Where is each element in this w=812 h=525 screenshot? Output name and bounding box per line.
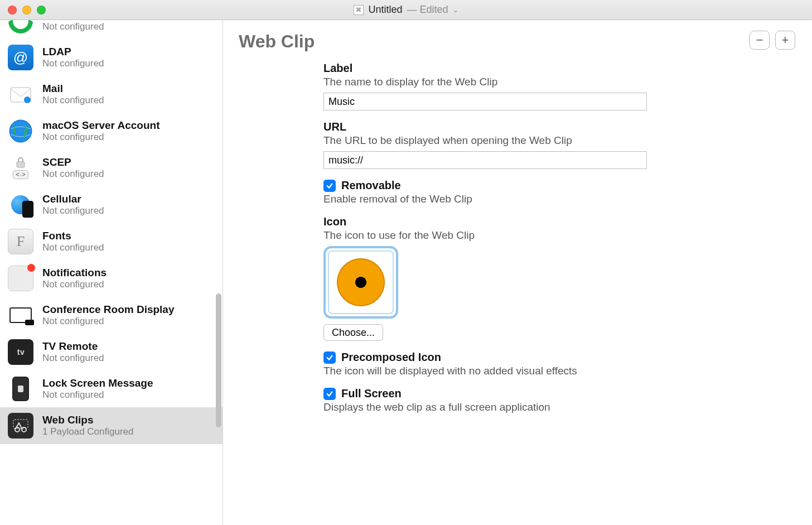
removable-description: Enable removal of the Web Clip xyxy=(323,193,680,205)
mail-icon xyxy=(8,81,33,107)
sidebar-item-subtitle: Not configured xyxy=(42,168,104,180)
payload-sidebar: Not configured @ LDAP Not configured Mai… xyxy=(0,20,223,525)
svg-rect-4 xyxy=(17,162,25,167)
sidebar-item-partial[interactable]: Not configured xyxy=(0,20,223,39)
notifications-icon xyxy=(8,266,33,291)
vinyl-record-icon xyxy=(337,258,385,306)
sidebar-item-title: Notifications xyxy=(42,267,107,279)
globe-icon xyxy=(8,118,33,144)
add-payload-button[interactable]: + xyxy=(775,31,795,50)
svg-point-7 xyxy=(22,427,26,432)
field-url: URL The URL to be displayed when opening… xyxy=(323,121,680,169)
sidebar-item-subtitle: Not configured xyxy=(42,353,104,364)
sidebar-item-subtitle: Not configured xyxy=(42,95,104,106)
sidebar-item-mail[interactable]: Mail Not configured xyxy=(0,76,223,113)
scep-icon: <·> xyxy=(8,155,33,181)
sidebar-item-subtitle: Not configured xyxy=(42,316,175,327)
sidebar-item-scep[interactable]: <·> SCEP Not configured xyxy=(0,150,223,186)
field-label: Label The name to display for the Web Cl… xyxy=(323,62,680,110)
precomposed-label: Precomposed Icon xyxy=(341,351,441,364)
sidebar-item-title: macOS Server Account xyxy=(42,119,160,132)
icon-preview-well[interactable] xyxy=(323,246,398,319)
sidebar-item-title: SCEP xyxy=(42,156,104,168)
sidebar-item-web-clips[interactable]: Web Clips 1 Payload Configured xyxy=(0,407,223,444)
sidebar-item-title: Cellular xyxy=(42,193,104,205)
svg-point-1 xyxy=(24,97,31,103)
sidebar-item-title: Lock Screen Message xyxy=(42,377,153,389)
sidebar-item-title: Conference Room Display xyxy=(42,304,175,316)
fonts-icon: F xyxy=(8,229,33,254)
sidebar-item-macos-server[interactable]: macOS Server Account Not configured xyxy=(0,113,223,150)
conference-room-icon xyxy=(8,302,33,328)
sidebar-item-title: Mail xyxy=(42,83,104,95)
icon-description: The icon to use for the Web Clip xyxy=(323,229,680,242)
sidebar-item-conference-room[interactable]: Conference Room Display Not configured xyxy=(0,297,223,334)
url-description: The URL to be displayed when opening the… xyxy=(323,134,680,147)
sidebar-item-subtitle: Not configured xyxy=(42,132,160,143)
sidebar-item-tv-remote[interactable]: tv TV Remote Not configured xyxy=(0,334,223,370)
sidebar-item-subtitle: Not configured xyxy=(42,242,104,253)
remove-payload-button[interactable]: − xyxy=(750,31,770,50)
cellular-icon xyxy=(8,192,33,218)
sidebar-item-title: Web Clips xyxy=(42,414,134,426)
field-icon: Icon The icon to use for the Web Clip Ch… xyxy=(323,215,680,341)
ldap-icon: @ xyxy=(8,45,33,70)
green-ring-icon xyxy=(8,20,33,33)
document-proxy-icon[interactable]: ⌘ xyxy=(354,5,364,15)
field-removable: Removable Enable removal of the Web Clip xyxy=(323,179,680,205)
sidebar-item-subtitle: Not configured xyxy=(42,389,153,401)
label-description: The name to display for the Web Clip xyxy=(323,76,680,88)
sidebar-item-lock-screen[interactable]: Lock Screen Message Not configured xyxy=(0,370,223,407)
removable-label: Removable xyxy=(341,179,401,192)
sidebar-item-cellular[interactable]: Cellular Not configured xyxy=(0,186,223,223)
web-clips-icon xyxy=(8,413,33,439)
sidebar-item-title: LDAP xyxy=(42,46,104,58)
document-edited-state: — Edited xyxy=(407,4,448,16)
window-titlebar: ⌘ Untitled — Edited ⌄ xyxy=(0,0,812,20)
fullscreen-description: Displays the web clip as a full screen a… xyxy=(323,401,680,413)
content-pane: Web Clip − + Label The name to display f… xyxy=(223,20,812,525)
label-heading: Label xyxy=(323,62,680,75)
sidebar-item-subtitle: Not configured xyxy=(42,21,104,32)
url-input[interactable] xyxy=(323,151,647,169)
title-menu-chevron-icon[interactable]: ⌄ xyxy=(453,6,458,14)
fullscreen-label: Full Screen xyxy=(341,387,402,400)
url-heading: URL xyxy=(323,121,680,133)
tv-remote-icon: tv xyxy=(8,339,33,365)
sidebar-item-subtitle: 1 Payload Configured xyxy=(42,426,134,437)
sidebar-item-subtitle: Not configured xyxy=(42,279,107,290)
lock-screen-icon xyxy=(8,376,33,402)
content-title: Web Clip xyxy=(239,31,315,52)
window-title[interactable]: ⌘ Untitled — Edited ⌄ xyxy=(0,4,812,16)
removable-checkbox[interactable] xyxy=(323,180,336,192)
sidebar-item-fonts[interactable]: F Fonts Not configured xyxy=(0,223,223,260)
sidebar-item-subtitle: Not configured xyxy=(42,205,104,216)
icon-heading: Icon xyxy=(323,215,680,228)
fullscreen-checkbox[interactable] xyxy=(323,388,336,400)
sidebar-item-ldap[interactable]: @ LDAP Not configured xyxy=(0,39,223,76)
document-name: Untitled xyxy=(368,4,402,16)
precomposed-description: The icon will be displayed with no added… xyxy=(323,365,680,377)
field-fullscreen: Full Screen Displays the web clip as a f… xyxy=(323,387,680,413)
sidebar-item-title: Fonts xyxy=(42,230,104,242)
precomposed-checkbox[interactable] xyxy=(323,351,336,364)
sidebar-item-notifications[interactable]: Notifications Not configured xyxy=(0,260,223,297)
field-precomposed: Precomposed Icon The icon will be displa… xyxy=(323,351,680,377)
sidebar-scrollbar[interactable] xyxy=(216,293,221,427)
label-input[interactable] xyxy=(323,93,647,110)
choose-icon-button[interactable]: Choose... xyxy=(323,324,383,341)
sidebar-item-title: TV Remote xyxy=(42,340,104,353)
sidebar-item-subtitle: Not configured xyxy=(42,58,104,69)
